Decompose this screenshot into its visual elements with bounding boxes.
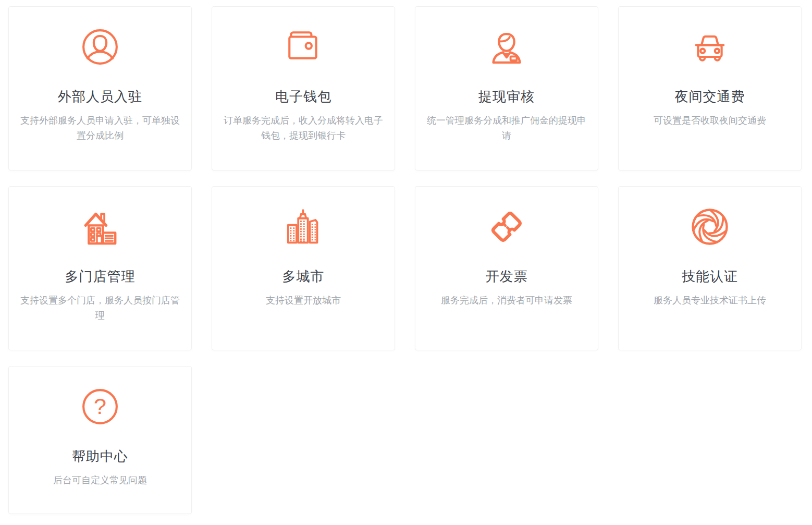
card-description: 订单服务完成后，收入分成将转入电子钱包，提现到银行卡 <box>222 113 385 143</box>
icon-area <box>212 206 395 247</box>
card-description: 支持设置多个门店，服务人员按门店管理 <box>19 293 181 323</box>
ticket-icon <box>486 206 527 248</box>
icon-area <box>9 206 191 247</box>
icon-area <box>415 206 598 247</box>
store-icon <box>79 206 121 247</box>
icon-area <box>619 206 801 247</box>
feature-card-help-center: ? 帮助中心 后台可自定义常见问题 <box>8 366 192 514</box>
feature-card-ewallet: 电子钱包 订单服务完成后，收入分成将转入电子钱包，提现到银行卡 <box>212 6 395 170</box>
card-title: 开发票 <box>415 267 598 286</box>
icon-area <box>212 27 395 67</box>
icon-area: ? <box>9 386 191 427</box>
aperture-icon <box>690 206 730 247</box>
help-circle-icon: ? <box>81 387 119 426</box>
card-title: 电子钱包 <box>212 87 395 106</box>
icon-area <box>619 27 801 67</box>
card-description: 可设置是否收取夜间交通费 <box>629 113 791 128</box>
card-title: 多门店管理 <box>9 267 191 286</box>
clerk-badge-icon <box>486 27 527 67</box>
card-description: 统一管理服务分成和推广佣金的提现申请 <box>425 113 588 143</box>
card-description: 支持设置开放城市 <box>222 293 385 308</box>
card-description: 服务人员专业技术证书上传 <box>629 293 791 308</box>
card-description: 服务完成后，消费者可申请发票 <box>425 293 588 308</box>
card-title: 帮助中心 <box>9 447 191 466</box>
wallet-icon <box>284 28 323 66</box>
feature-card-invoice: 开发票 服务完成后，消费者可申请发票 <box>415 186 598 350</box>
feature-card-external-staff: 外部人员入驻 支持外部服务人员申请入驻，可单独设置分成比例 <box>8 6 192 170</box>
card-description: 支持外部服务人员申请入驻，可单独设置分成比例 <box>19 113 181 143</box>
car-icon <box>690 28 730 66</box>
card-description: 后台可自定义常见问题 <box>19 473 181 488</box>
svg-text:?: ? <box>94 394 106 419</box>
card-title: 外部人员入驻 <box>9 87 191 106</box>
card-title: 提现审核 <box>415 87 598 106</box>
feature-card-night-transport: 夜间交通费 可设置是否收取夜间交通费 <box>618 6 802 170</box>
card-title: 夜间交通费 <box>619 87 801 106</box>
feature-card-multi-city: 多城市 支持设置开放城市 <box>212 186 395 350</box>
card-title: 技能认证 <box>619 267 801 286</box>
card-title: 多城市 <box>212 267 395 286</box>
feature-card-withdraw-review: 提现审核 统一管理服务分成和推广佣金的提现申请 <box>415 6 598 170</box>
user-circle-icon <box>81 28 119 66</box>
icon-area <box>415 27 598 67</box>
feature-grid: 外部人员入驻 支持外部服务人员申请入驻，可单独设置分成比例 电子钱包 订单服务完… <box>0 0 812 514</box>
city-icon <box>283 206 324 247</box>
feature-card-multi-store: 多门店管理 支持设置多个门店，服务人员按门店管理 <box>8 186 192 350</box>
icon-area <box>9 27 191 67</box>
feature-card-skill-cert: 技能认证 服务人员专业技术证书上传 <box>618 186 802 350</box>
